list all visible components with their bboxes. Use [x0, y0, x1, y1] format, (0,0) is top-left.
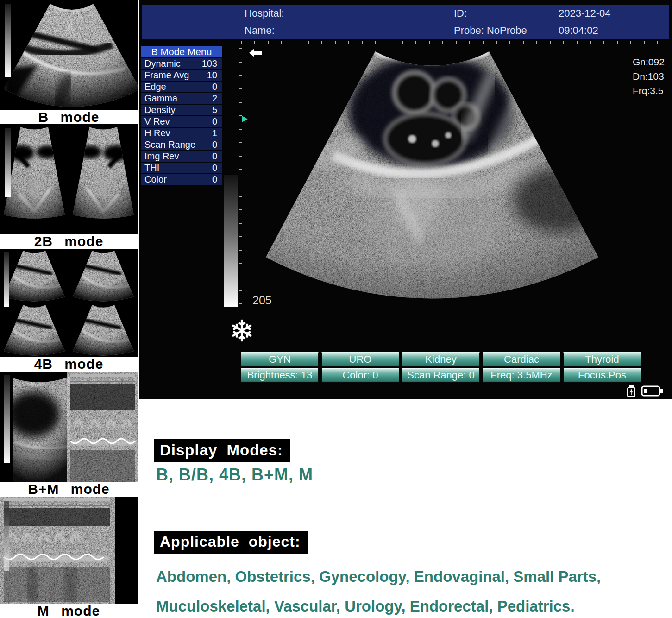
- thumbnail-m-mode: [0, 497, 138, 604]
- thumbnail-4b-mode: [0, 249, 138, 357]
- softkey-gyn[interactable]: GYN: [241, 352, 319, 367]
- page: B mode 2B mode: [0, 0, 672, 618]
- horizontal-ruler: [241, 41, 670, 44]
- menu-item-thi[interactable]: THI0: [141, 163, 222, 173]
- menu-item-h-rev[interactable]: H Rev1: [141, 128, 222, 139]
- b-mode-menu: B Mode Menu Dynamic103 Frame Avg10 Edge0…: [141, 46, 222, 183]
- menu-item-img-rev[interactable]: Img Rev0: [141, 151, 222, 162]
- hospital-field: Hospital:: [245, 5, 284, 22]
- date-text: 2023-12-04: [559, 5, 611, 22]
- applicable-object-line2: Muculoskeletal, Vascular, Urology, Endor…: [156, 598, 575, 615]
- menu-item-color[interactable]: Color0: [141, 174, 222, 185]
- name-field: Name:: [245, 22, 275, 39]
- vertical-ruler: [239, 48, 242, 311]
- label-b-plus-m-mode: B+M mode: [0, 482, 138, 497]
- label-b-mode-text: B mode: [38, 109, 99, 125]
- softkey-thyroid[interactable]: Thyroid: [563, 352, 641, 367]
- label-m-mode-text: M mode: [38, 603, 100, 618]
- freeze-snowflake-icon: ❄: [225, 313, 258, 349]
- focus-position-marker: [242, 116, 248, 122]
- thumbnail-b-plus-m-mode: [0, 372, 138, 482]
- dynamic-range-readout: Dn:103: [633, 69, 665, 83]
- patient-info-bar: Hospital: ID: 2023-12-04 Name: Probe: No…: [142, 5, 669, 39]
- menu-item-v-rev[interactable]: V Rev0: [141, 116, 222, 127]
- menu-item-scan-range[interactable]: Scan Range0: [141, 139, 222, 150]
- display-modes-label: Display Modes:: [154, 439, 290, 462]
- ultrasound-screen: Hospital: ID: 2023-12-04 Name: Probe: No…: [139, 0, 672, 399]
- usb-icon: [628, 385, 635, 397]
- label-2b-mode: 2B mode: [0, 234, 138, 249]
- softkey-uro[interactable]: URO: [321, 352, 399, 367]
- label-b-mode: B mode: [0, 110, 138, 124]
- menu-item-gamma[interactable]: Gamma2: [141, 93, 222, 104]
- menu-item-edge[interactable]: Edge0: [141, 82, 222, 92]
- softkey-scan-range[interactable]: Scan Range: 0: [402, 368, 480, 383]
- thumbnail-b-mode: [0, 0, 138, 110]
- label-b-plus-m-mode-text: B+M mode: [28, 481, 110, 497]
- softkey-color[interactable]: Color: 0: [321, 368, 399, 383]
- orientation-arrow-icon: [249, 49, 262, 59]
- menu-item-density[interactable]: Density5: [141, 105, 222, 115]
- applicable-object-line1: Abdomen, Obstetrics, Gynecology, Endovag…: [156, 568, 601, 586]
- probe-field: Probe: NoProbe: [454, 22, 527, 39]
- applicable-object-label: Applicable object:: [154, 531, 308, 554]
- battery-icon: [642, 386, 663, 396]
- id-field: ID:: [454, 5, 467, 22]
- display-modes-value: B, B/B, 4B, B+M, M: [156, 465, 313, 485]
- menu-item-frame-avg[interactable]: Frame Avg10: [141, 70, 222, 81]
- softkey-freq[interactable]: Freq: 3.5MHz: [483, 368, 560, 383]
- softkey-brightness[interactable]: Brightness: 13: [241, 368, 319, 383]
- grayscale-bar: [224, 175, 238, 307]
- gain-readout: Gn:092: [633, 55, 665, 69]
- depth-label: 205: [252, 294, 272, 307]
- menu-title: B Mode Menu: [141, 46, 222, 57]
- time-text: 09:04:02: [559, 22, 598, 39]
- label-m-mode: M mode: [0, 604, 138, 618]
- softkey-cardiac[interactable]: Cardiac: [483, 352, 560, 367]
- menu-item-dynamic[interactable]: Dynamic103: [141, 58, 222, 69]
- thumbnail-2b-mode: [0, 124, 138, 234]
- label-2b-mode-text: 2B mode: [34, 233, 104, 249]
- softkey-kidney[interactable]: Kidney: [402, 352, 480, 367]
- frequency-readout: Frq:3.5: [633, 83, 665, 98]
- softkey-focus-pos[interactable]: Focus.Pos: [563, 368, 641, 383]
- label-4b-mode-text: 4B mode: [34, 356, 104, 372]
- label-4b-mode: 4B mode: [0, 357, 138, 372]
